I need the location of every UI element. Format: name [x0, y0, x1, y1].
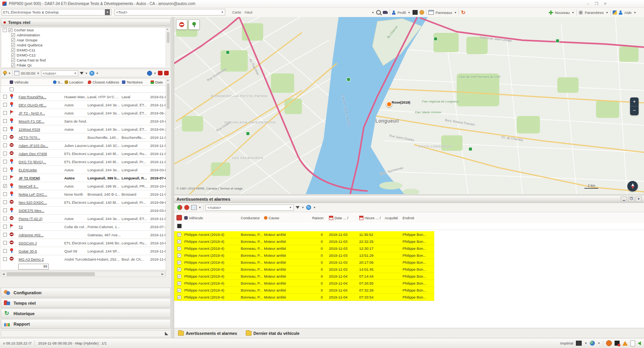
- tree-item-checkbox[interactable]: [11, 53, 15, 57]
- audio-icon[interactable]: [638, 341, 641, 345]
- row-checkbox[interactable]: [3, 127, 7, 131]
- alarm-checkbox[interactable]: [177, 281, 181, 285]
- vehicle-row[interactable]: Adrienne #02... Gatineau, 487 Ave... 201…: [1, 231, 171, 239]
- row-checkbox[interactable]: [3, 176, 7, 180]
- vehicle-row[interactable]: AET3-7070... Boucherville, 140... Bouche…: [1, 133, 171, 142]
- group-filter-select[interactable]: <Tout> ▼: [115, 9, 225, 15]
- nav-button[interactable]: Configuration: [1, 288, 171, 297]
- vehicle-link[interactable]: SIDE375 Mes...: [19, 208, 45, 213]
- nav-button[interactable]: Temps réel: [1, 298, 171, 308]
- alarm-checkbox[interactable]: [177, 254, 181, 258]
- tree-item[interactable]: DXMO-C12: [1, 53, 170, 58]
- vehicle-row[interactable]: 11Wout #319 Autos Longueuil, 144 3e... L…: [1, 125, 171, 133]
- tree-item[interactable]: Asar Groupe: [1, 38, 170, 43]
- alarm-red-icon[interactable]: [184, 205, 189, 210]
- vehicle-row[interactable]: Fast Round/Ra... Huawei Man... Laval, HT…: [1, 93, 171, 101]
- chevron-down-icon[interactable]: ▼: [154, 72, 156, 75]
- vehicle-map-marker[interactable]: [386, 101, 392, 107]
- tree-item-checkbox[interactable]: [11, 33, 15, 37]
- alarm-row[interactable]: Philippe Ascent (2019-4) Bonneau, P... M…: [174, 287, 434, 294]
- tree-root[interactable]: − Cocher tous: [1, 27, 170, 32]
- vehicle-link[interactable]: JF T2 (OEM): [19, 176, 40, 180]
- zoom-in-button[interactable]: +: [630, 97, 639, 106]
- status-orange-icon[interactable]: [420, 10, 424, 15]
- vehicle-link[interactable]: Fast Round/Ra...: [19, 95, 46, 99]
- acknowledge-icon[interactable]: [177, 205, 182, 210]
- row-checkbox[interactable]: [3, 152, 7, 155]
- poi-layer-button[interactable]: [188, 19, 200, 30]
- row-checkbox[interactable]: [3, 103, 7, 107]
- vehicle-link[interactable]: Adam JF103 Du...: [19, 143, 48, 148]
- minimize-button[interactable]: –: [587, 2, 589, 6]
- chevron-down-icon[interactable]: ▼: [37, 72, 39, 75]
- row-checkbox[interactable]: [3, 233, 7, 237]
- theme-icon[interactable]: [613, 10, 617, 15]
- compass-button[interactable]: [627, 181, 638, 191]
- tree-scrollbar[interactable]: [166, 27, 170, 67]
- resize-corner-icon[interactable]: [165, 332, 168, 335]
- vehicle-link[interactable]: DXG T3 (BVG)...: [19, 160, 46, 164]
- vehicle-row[interactable]: DXG T3 (BVG)... ETL Électroni... Longueu…: [1, 158, 171, 166]
- chevron-down-icon[interactable]: ▼: [199, 206, 201, 209]
- bottom-tab[interactable]: Dernier état du véhicule: [246, 331, 300, 336]
- row-checkbox[interactable]: [3, 241, 7, 245]
- alarm-checkbox[interactable]: [177, 268, 181, 271]
- panel-menu-icon[interactable]: ▾: [635, 196, 642, 202]
- chevron-down-icon[interactable]: ▼: [584, 342, 587, 345]
- vehicle-link[interactable]: ELDXUette: [19, 168, 37, 172]
- gear-icon[interactable]: [579, 10, 583, 15]
- col-closest-address[interactable]: Closest Address: [88, 80, 122, 84]
- row-checkbox[interactable]: [3, 257, 7, 261]
- alarm-checkbox[interactable]: [177, 261, 181, 264]
- vehicle-link[interactable]: MG A3 Demo 2: [19, 257, 44, 261]
- alarm-checkbox[interactable]: [177, 233, 181, 237]
- tree-item-checkbox[interactable]: [11, 58, 15, 62]
- vehicle-link[interactable]: Adam Dev #7409: [19, 152, 47, 156]
- scrollbar-thumb[interactable]: [7, 272, 95, 276]
- row-checkbox[interactable]: [3, 135, 7, 139]
- alarm-row[interactable]: Philippe Ascent (2019-4) Bonneau, P... M…: [174, 273, 434, 280]
- col-endroit[interactable]: Endroit: [402, 216, 431, 220]
- alarm-row[interactable]: Philippe Ascent (2019-4) Bonneau, P... M…: [174, 252, 434, 259]
- tree-item-checkbox[interactable]: [11, 63, 15, 67]
- alarm-row[interactable]: Philippe Ascent (2019-4) Bonneau, P... M…: [174, 231, 434, 238]
- list-icon[interactable]: [191, 205, 197, 210]
- select-all-checkbox[interactable]: [10, 87, 14, 91]
- vertical-splitter[interactable]: [171, 17, 174, 338]
- vehicle-link[interactable]: Adrienne #02...: [19, 233, 43, 237]
- vehicle-row[interactable]: DEV QUAD-#E... Autos Longueuil, 244 3e..…: [1, 101, 171, 109]
- inline-edit-input[interactable]: 99: [18, 264, 49, 270]
- col-heure[interactable]: Heure ... /: [359, 216, 385, 220]
- vehicle-link[interactable]: AET3-7070...: [19, 135, 40, 140]
- chevron-down-icon[interactable]: ▼: [454, 11, 457, 14]
- col-date[interactable]: Date ... /: [329, 216, 359, 220]
- panel-minimize-icon[interactable]: ▁: [621, 196, 627, 202]
- refresh-icon[interactable]: ↻: [461, 10, 466, 15]
- chevron-down-icon[interactable]: ▼: [408, 11, 411, 14]
- col-territoires[interactable]: Territoires: [122, 80, 151, 84]
- vehicle-row[interactable]: Pierre (T-42-2) Autos Longueuil, 244 3e.…: [1, 215, 171, 223]
- alarm-row[interactable]: Philippe Ascent (2019-4) Bonneau, P... M…: [174, 259, 434, 266]
- globe-icon[interactable]: [590, 341, 595, 346]
- nouveau-button[interactable]: Nouveau: [555, 10, 570, 15]
- col-conducteur[interactable]: Conducteur: [241, 216, 264, 220]
- pushpin-icon[interactable]: [3, 71, 7, 75]
- chevron-down-icon[interactable]: ▼: [8, 72, 11, 75]
- vertical-scrollbar[interactable]: [166, 78, 171, 277]
- vehicle-link[interactable]: T2: [19, 225, 23, 229]
- alarm-row[interactable]: Philippe Ascent (2019-4) Bonneau, P... M…: [174, 238, 434, 245]
- alert-orange-icon[interactable]: [606, 340, 612, 346]
- tree-item[interactable]: André Québrica: [1, 43, 170, 48]
- tree-item[interactable]: Filiale Qc: [1, 63, 170, 68]
- vehicle-link[interactable]: NewCell 3...: [19, 184, 38, 188]
- vehicle-link[interactable]: JF T2 - NAD #...: [19, 111, 45, 115]
- profil-button[interactable]: Profil: [397, 10, 406, 15]
- phone-icon[interactable]: [630, 340, 635, 346]
- horizontal-scrollbar[interactable]: ◀ ▶: [1, 271, 165, 277]
- stop-icon[interactable]: [164, 71, 169, 75]
- warning-triangle-icon[interactable]: [622, 341, 628, 346]
- row-checkbox[interactable]: [3, 249, 7, 253]
- alarm-checkbox[interactable]: [177, 275, 181, 278]
- row-checkbox[interactable]: [3, 168, 7, 172]
- vehicle-row[interactable]: Mouch F1 GE... Sans de fond... 2019-10-0…: [1, 117, 171, 125]
